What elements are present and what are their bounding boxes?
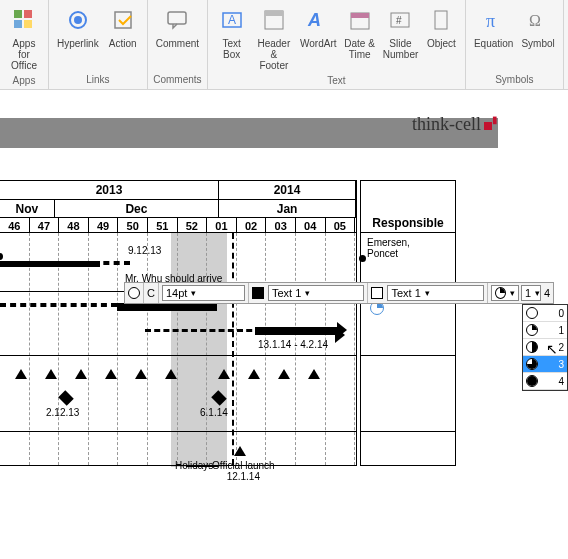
month-cell[interactable]: Dec [55, 200, 219, 217]
brand-logo: think-cell▮ [412, 114, 498, 135]
week-cell[interactable]: 46 [0, 218, 30, 232]
fill-color-select[interactable]: Text 1 [268, 285, 364, 301]
ribbon-group-label: Comments [152, 72, 203, 89]
svg-text:#: # [396, 15, 402, 26]
week-cell[interactable]: 49 [89, 218, 119, 232]
ribbon-btn-date[interactable]: Date &Time [340, 2, 379, 73]
completion-select[interactable] [491, 285, 519, 301]
milestone-triangle[interactable] [45, 369, 57, 379]
svg-rect-0 [14, 10, 22, 18]
ribbon-btn-slidenum[interactable]: #SlideNumber [379, 2, 422, 73]
clock-icon [526, 324, 538, 336]
milestone-triangle[interactable] [75, 369, 87, 379]
ribbon-group-label: Text [212, 73, 461, 90]
clock-indicator[interactable] [125, 283, 144, 303]
ribbon-btn-comment[interactable]: Comment [152, 2, 203, 72]
month-cell[interactable]: Nov [0, 200, 55, 217]
svg-text:A: A [228, 13, 236, 27]
textbox-icon: A [216, 4, 248, 36]
gantt-timeline[interactable]: 20132014 NovDecJan 464748495051520102030… [0, 180, 357, 466]
month-cell[interactable]: Jan [219, 200, 356, 217]
font-size-select[interactable]: 14pt [162, 285, 245, 301]
week-cell[interactable]: 51 [148, 218, 178, 232]
ribbon-group-links: HyperlinkActionLinks [49, 0, 148, 89]
milestone-triangle[interactable] [165, 369, 177, 379]
ribbon-btn-symbol[interactable]: ΩSymbol [517, 2, 558, 72]
milestone-triangle[interactable] [218, 369, 230, 379]
task-bar[interactable] [0, 261, 100, 267]
ribbon-btn-apps[interactable]: Apps forOffice [4, 2, 44, 73]
ribbon-btn-textbox[interactable]: ATextBox [212, 2, 251, 73]
date-icon [344, 4, 376, 36]
slidenum-icon: # [384, 4, 416, 36]
milestone-triangle[interactable] [234, 446, 246, 456]
ribbon-group-comments: CommentComments [148, 0, 208, 89]
milestone-dot [359, 255, 366, 262]
week-cell[interactable]: 02 [237, 218, 267, 232]
symbol-icon: Ω [522, 4, 554, 36]
extra-value: 4 [541, 287, 553, 299]
task-bar-arrow[interactable] [255, 327, 337, 335]
clock-icon [526, 375, 538, 387]
milestone-triangle[interactable] [15, 369, 27, 379]
year-cell[interactable]: 2013 [0, 181, 219, 199]
svg-rect-1 [24, 10, 32, 18]
responsible-value[interactable]: Emersen, Poncet [367, 237, 410, 259]
ribbon-btn-header[interactable]: Header& Footer [251, 2, 296, 73]
date-label: 9.12.13 [128, 245, 161, 256]
milestone-triangle[interactable] [248, 369, 260, 379]
milestone-label: 6.1.14 [200, 407, 228, 418]
task-bar-dashed[interactable] [0, 303, 117, 307]
week-cell[interactable]: 52 [178, 218, 208, 232]
ribbon-group-media: VideoAuMedia [564, 0, 568, 89]
slide-canvas: think-cell▮ 20132014 NovDecJan 464748495… [0, 90, 568, 559]
task-bar[interactable] [117, 303, 217, 311]
week-cell[interactable]: 04 [296, 218, 326, 232]
milestone-triangle[interactable] [105, 369, 117, 379]
milestone-triangle[interactable] [278, 369, 290, 379]
fill-color-swatch[interactable] [252, 287, 264, 299]
svg-rect-11 [265, 11, 283, 16]
ribbon-btn-wordart[interactable]: AWordArt [297, 2, 341, 73]
completion-option[interactable]: 1 [523, 322, 567, 339]
clock-icon [526, 307, 538, 319]
week-cell[interactable]: 47 [30, 218, 60, 232]
completion-dropdown[interactable]: 01234 [522, 304, 568, 391]
completion-option[interactable]: 4 [523, 373, 567, 390]
wordart-icon: A [302, 4, 334, 36]
responsible-header: Responsible [361, 181, 455, 233]
gantt-body[interactable]: 9.12.13 Mr. Whu should arrive 13.1.14 - … [0, 233, 356, 465]
line-color-swatch[interactable] [371, 287, 383, 299]
svg-rect-2 [14, 20, 22, 28]
year-cell[interactable]: 2014 [219, 181, 356, 199]
value-select[interactable]: 1 [521, 285, 541, 301]
milestone-triangle[interactable] [308, 369, 320, 379]
ribbon-group-symbols: πEquationΩSymbolSymbols [466, 0, 564, 89]
svg-point-5 [74, 16, 82, 24]
clock-icon [526, 341, 538, 353]
clock-icon [526, 358, 538, 370]
ribbon-group-label: Links [53, 72, 143, 89]
milestone-triangle[interactable] [135, 369, 147, 379]
week-cell[interactable]: 50 [118, 218, 148, 232]
ribbon-btn-equation[interactable]: πEquation [470, 2, 517, 72]
header-icon [258, 4, 290, 36]
date-range-label: 13.1.14 - 4.2.14 [258, 339, 328, 350]
link-icon [62, 4, 94, 36]
ribbon-btn-link[interactable]: Hyperlink [53, 2, 103, 72]
week-cell[interactable]: 01 [207, 218, 237, 232]
launch-label: Official launch 12.1.14 [212, 460, 275, 482]
week-cell[interactable]: 05 [326, 218, 356, 232]
ribbon-btn-action[interactable]: Action [103, 2, 143, 72]
completion-option[interactable]: 0 [523, 305, 567, 322]
floating-format-toolbar[interactable]: C 14pt Text 1 Text 1 1 4 [124, 282, 554, 304]
line-color-select[interactable]: Text 1 [387, 285, 483, 301]
week-cell[interactable]: 48 [59, 218, 89, 232]
week-cell[interactable]: 03 [266, 218, 296, 232]
comment-icon [161, 4, 193, 36]
completion-option[interactable]: 3 [523, 356, 567, 373]
responsible-column: Responsible Emersen, Poncet [360, 180, 456, 466]
completion-option[interactable]: 2 [523, 339, 567, 356]
ribbon-btn-object[interactable]: Object [422, 2, 461, 73]
letter-label: C [147, 287, 155, 299]
